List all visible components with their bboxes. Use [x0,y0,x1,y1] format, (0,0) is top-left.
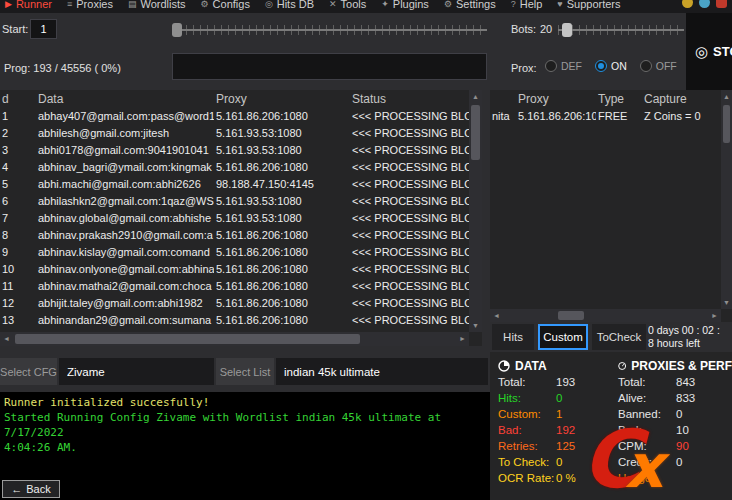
back-button[interactable]: ← Back [2,480,60,498]
scroll-left-icon[interactable]: ◄ [490,309,503,322]
cell-proxy: 5.161.93.53:1080 [214,125,350,142]
cell-status: <<< PROCESSING BLOC [350,108,469,125]
stat-proxy-bad: Bad:10 [618,422,732,438]
results-table: d Data Proxy Status 1 abhay407@gmail.com… [0,90,482,346]
slider-track[interactable] [172,29,487,31]
tab-custom[interactable]: Custom [538,324,588,350]
scrollbar-track[interactable] [721,103,732,296]
prox-option-on[interactable]: ON [595,60,627,72]
scroll-up-icon[interactable]: ▲ [721,90,732,103]
scrollbar-track[interactable] [13,332,456,346]
col-header-data[interactable]: Data [36,90,214,108]
table-row[interactable]: 12 abhijit.taley@gmail.com:abhi1982 5.16… [0,295,469,312]
cell-proxy: 5.161.86.206:1080 [214,278,350,295]
start-slider[interactable] [172,21,487,39]
slider-thumb[interactable] [172,23,182,37]
menu-item-hitsdb[interactable]: ◎ Hits DB [265,0,314,12]
scroll-down-icon[interactable]: ▼ [721,296,732,309]
menu-item-wordlists[interactable]: ▤ Wordlists [128,0,186,12]
horizontal-scrollbar[interactable]: ◄ ► [0,332,469,346]
cell-proxy: 5.161.86.206:1080 [214,312,350,329]
horizontal-scrollbar[interactable]: ◄ ► [490,309,721,322]
table-row[interactable]: nita 5.161.86.206:1080 FREE Z Coins = 0 [490,108,721,125]
scrollbar-track[interactable] [469,103,482,319]
coin-icon[interactable] [682,0,693,8]
scroll-down-icon[interactable]: ▼ [469,319,482,332]
prox-option-off[interactable]: OFF [640,60,677,72]
pie-chart-icon [498,360,510,372]
cell-proxy: 5.161.93.53:1080 [214,193,350,210]
cell-id: 5 [0,176,36,193]
cell-id: 8 [0,227,36,244]
scrollbar-thumb[interactable] [558,311,584,320]
scroll-right-icon[interactable]: ► [708,309,721,322]
cell-data: abhi.machi@gmail.com:abhi2626 [36,176,214,193]
table-row[interactable]: 6 abhilashkn2@gmail.com:1qaz@WS 5.161.93… [0,193,469,210]
col-header-data-tail[interactable] [490,90,516,108]
table-row[interactable]: 7 abhinav.global@gmail.com:abhishe 5.161… [0,210,469,227]
wordlist-name-input[interactable] [276,358,488,385]
scrollbar-thumb[interactable] [471,105,480,160]
select-wordlist-label: Select List [220,366,271,378]
col-header-capture[interactable]: Capture [642,90,721,108]
cell-id: 3 [0,142,36,159]
table-row[interactable]: 10 abhinav.onlyone@gmail.com:abhina 5.16… [0,261,469,278]
table-row[interactable]: 2 abhilesh@gmail.com:jitesh 5.161.93.53:… [0,125,469,142]
stat-custom: Custom:1 [498,406,612,422]
table-row[interactable]: 9 abhinav.kislay@gmail.com:comand 5.161.… [0,244,469,261]
scrollbar-thumb[interactable] [723,105,730,143]
menu-label: Wordlists [140,0,185,12]
start-input[interactable] [30,19,57,39]
stop-label: STOP [713,44,732,59]
slider-track[interactable] [558,29,684,31]
stop-button[interactable]: ◎ STOP [686,13,732,90]
menu-item-tools[interactable]: ✕ Tools [329,0,366,12]
cell-id: 2 [0,125,36,142]
tab-hits[interactable]: Hits [492,324,534,350]
table-row[interactable]: 3 abhi0178@gmail.com:9041901041 5.161.93… [0,142,469,159]
menu-item-proxies[interactable]: ≡ Proxies [67,0,113,12]
scrollbar-thumb[interactable] [15,334,360,344]
config-name-input[interactable] [59,358,214,385]
bots-slider[interactable] [558,21,684,39]
table-row[interactable]: 4 abhinav_bagri@ymail.com:kingmak 5.161.… [0,159,469,176]
select-wordlist-button[interactable]: Select List [216,358,274,385]
col-header-type[interactable]: Type [596,90,642,108]
cell-status: <<< PROCESSING BLOC [350,176,469,193]
menu-item-configs[interactable]: ⚙ Configs [201,0,250,12]
table-row[interactable]: 8 abhinav.prakash2910@gmail.com:a 5.161.… [0,227,469,244]
vertical-scrollbar[interactable]: ▲ ▼ [469,90,482,332]
scrollbar-track[interactable] [503,309,708,322]
slider-thumb[interactable] [562,23,572,37]
prox-option-def[interactable]: DEF [545,60,582,72]
results-table-body: 1 abhay407@gmail.com:pass@word1 5.161.86… [0,108,469,332]
info-icon[interactable] [699,0,710,8]
table-row[interactable]: 5 abhi.machi@gmail.com:abhi2626 98.188.4… [0,176,469,193]
power-icon[interactable] [716,0,727,8]
table-row[interactable]: 11 abhinav.mathai2@gmail.com:choca 5.161… [0,278,469,295]
menu-item-help[interactable]: ? Help [511,0,543,12]
col-header-proxy[interactable]: Proxy [214,90,350,108]
scroll-left-icon[interactable]: ◄ [0,332,13,346]
menu-label: Tools [341,0,367,12]
menu-item-runner[interactable]: ▶ Runner [5,0,52,12]
tab-tocheck[interactable]: ToCheck [592,324,646,350]
menu-item-settings[interactable]: ⚙ Settings [444,0,496,12]
scroll-right-icon[interactable]: ► [456,332,469,346]
menu-item-supporters[interactable]: ♥ Supporters [557,0,620,12]
col-header-proxy[interactable]: Proxy [516,90,596,108]
progress-label: Prog: 193 / 45556 ( 0%) [4,62,121,74]
table-row[interactable]: 13 abhinandan29@gmail.com:sumana 5.161.8… [0,312,469,329]
menu-item-plugins[interactable]: ✦ Plugins [381,0,429,12]
col-header-id[interactable]: d [0,90,36,108]
menu-label: Runner [16,0,52,12]
stat-proxy-alive: Alive:833 [618,390,732,406]
vertical-scrollbar[interactable]: ▲ ▼ [721,90,732,309]
col-header-status[interactable]: Status [350,90,469,108]
select-config-button[interactable]: Select CFG [0,358,57,385]
data-stats-title: DATA [515,359,547,373]
results-table-header: d Data Proxy Status [0,90,469,108]
scroll-up-icon[interactable]: ▲ [469,90,482,103]
table-row[interactable]: 1 abhay407@gmail.com:pass@word1 5.161.86… [0,108,469,125]
cell-status: <<< PROCESSING BLOC [350,278,469,295]
